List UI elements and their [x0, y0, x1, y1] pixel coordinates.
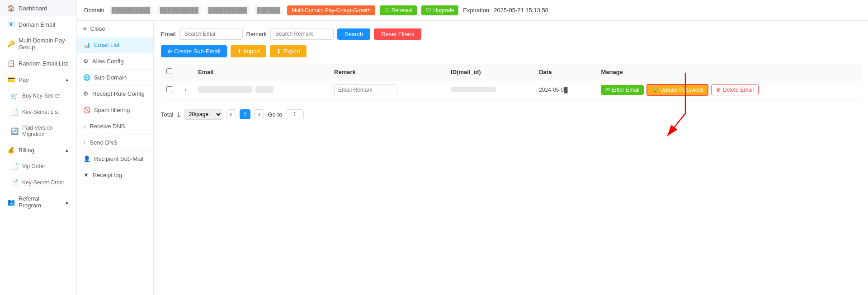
sidebar-item-key-order[interactable]: 📄 Key-Secret Order	[0, 174, 76, 191]
prev-page-button[interactable]: ‹	[226, 109, 236, 119]
sidebar-item-paid-migration[interactable]: 🔄 Paid Version Migration	[0, 120, 76, 142]
row-date-cell: 2024-05-0█	[533, 80, 595, 100]
row-id-cell	[445, 80, 533, 100]
receive-dns-icon: ↓	[83, 123, 86, 130]
sidebar-item-domain-email[interactable]: 📧 Domain Email	[0, 16, 76, 33]
action-bar: ⊕ Create Sub-Email ⬆ Import ⬇ Export	[161, 45, 861, 57]
create-label: Create Sub-Email	[174, 48, 221, 55]
key-list-icon: 📄	[11, 108, 19, 116]
row-checkbox-cell	[161, 80, 179, 100]
panel-item-close-label: Close	[90, 25, 105, 32]
sidebar-item-dashboard[interactable]: 🏠 Dashboard	[0, 0, 76, 16]
row-email-cell	[193, 80, 329, 100]
remark-filter-label: Remark	[246, 31, 267, 37]
header-expand	[179, 64, 193, 80]
sidebar-item-billing[interactable]: 💰 Billing ▲	[0, 142, 76, 158]
panel-item-receipt-rule[interactable]: ⚙ Receipt Rule Config	[77, 86, 153, 102]
filter-bar: Email Remark Search Reset Filters	[161, 28, 861, 40]
panel-item-sub-domain[interactable]: 🌐 Sub-Domain	[77, 70, 153, 86]
sidebar-item-referral[interactable]: 👥 Referral Program ▲	[0, 191, 76, 213]
domain-value-3: ██████████	[206, 6, 250, 14]
page-1-button[interactable]: 1	[240, 109, 251, 119]
search-remark-input[interactable]	[270, 28, 334, 40]
sidebar-item-pay[interactable]: 💳 Pay ▲	[0, 71, 76, 88]
sub-domain-icon: 🌐	[83, 74, 90, 81]
update-pw-icon: 🔒	[652, 87, 659, 93]
import-label: Import	[244, 48, 260, 55]
expand-icon[interactable]: ›	[184, 87, 186, 93]
panel-item-spam[interactable]: 🚫 Spam filtering	[77, 102, 153, 118]
row-expand-cell[interactable]: ›	[179, 80, 193, 100]
sidebar-item-label: Vip Order	[22, 163, 45, 169]
send-dns-icon: ↑	[83, 139, 86, 146]
select-all-checkbox[interactable]	[166, 68, 172, 74]
renewal-button[interactable]: 🛡 Renewal	[380, 5, 417, 15]
chevron-up-icon: ▲	[65, 77, 69, 82]
row-checkbox[interactable]	[166, 86, 172, 92]
search-button[interactable]: Search	[337, 28, 370, 40]
sidebar-item-label: Dashboard	[19, 5, 47, 12]
spam-icon: 🚫	[83, 107, 90, 113]
email-table: Email Remark ID(mail_id) Data Manage	[161, 64, 861, 100]
reset-filters-button[interactable]: Reset Filters	[374, 28, 421, 40]
panel-item-send-dns-label: Send DNS	[90, 139, 118, 146]
domain-label: Domain	[84, 7, 104, 14]
create-sub-email-button[interactable]: ⊕ Create Sub-Email	[161, 45, 227, 57]
panel-item-close[interactable]: ≡ Close	[77, 21, 153, 37]
update-password-button[interactable]: 🔒 Update Password	[646, 84, 708, 96]
panel-item-alias[interactable]: ⚙ Alias Config	[77, 53, 153, 70]
delete-email-button[interactable]: 🗑 Delete Email	[711, 84, 759, 95]
sidebar-item-label: Pay	[19, 76, 28, 83]
buy-key-icon: 🛒	[11, 92, 19, 99]
import-icon: ⬆	[237, 48, 242, 55]
sidebar-item-vip-order[interactable]: 📄 Vip Order	[0, 158, 76, 174]
receipt-rule-icon: ⚙	[83, 90, 89, 97]
sidebar-item-random-email[interactable]: 📋 Random Email List	[0, 55, 76, 71]
email-list-icon: 📊	[83, 42, 90, 48]
header-id: ID(mail_id)	[445, 64, 533, 80]
enter-email-label: Enter Email	[611, 87, 639, 93]
header-manage: Manage	[595, 64, 861, 80]
sidebar-item-buy-key[interactable]: 🛒 Buy Key-Secret	[0, 88, 76, 104]
vip-order-icon: 📄	[11, 163, 19, 170]
remark-input[interactable]	[334, 84, 397, 95]
panel-item-receive-dns[interactable]: ↓ Receive DNS	[77, 118, 153, 135]
delete-icon: 🗑	[716, 87, 722, 93]
enter-email-button[interactable]: ✉ Enter Email	[601, 85, 644, 95]
goto-input[interactable]	[286, 109, 304, 119]
next-page-button[interactable]: ›	[254, 109, 264, 119]
sidebar-item-label: Billing	[19, 147, 34, 154]
alias-icon: ⚙	[83, 58, 89, 65]
panel-item-receipt-log[interactable]: ▼ Receipt log	[77, 167, 153, 183]
header-email: Email	[193, 64, 329, 80]
key-order-icon: 📄	[11, 179, 19, 186]
sidebar-item-label: Random Email List	[19, 60, 68, 67]
multi-domain-button[interactable]: Multi-Domain Pay-Group-Growth	[287, 5, 375, 15]
panel-item-receipt-log-label: Receipt log	[93, 172, 122, 178]
delete-email-label: Delete Email	[723, 87, 754, 93]
panel-item-send-dns[interactable]: ↑ Send DNS	[77, 135, 153, 151]
panel-item-recipient-sub[interactable]: 👤 Recipient Sub-Mail	[77, 151, 153, 167]
sidebar-item-key-list[interactable]: 📄 Key-Secret List	[0, 104, 76, 120]
page-1-label: 1	[244, 111, 247, 117]
table-wrapper: Email Remark ID(mail_id) Data Manage	[161, 64, 861, 100]
sidebar-item-label: Domain Email	[19, 21, 55, 28]
chevron-down-icon-referral: ▲	[65, 200, 69, 205]
multi-domain-icon: 🔑	[7, 40, 15, 47]
import-button[interactable]: ⬆ Import	[231, 45, 267, 57]
upgrade-button[interactable]: 🛡 Upgrade	[421, 5, 458, 15]
panel-item-email-list[interactable]: 📊 Email List	[77, 37, 153, 53]
left-panel: ≡ Close 📊 Email List ⚙ Alias Config 🌐 Su…	[77, 21, 154, 295]
panel-item-spam-label: Spam filtering	[94, 107, 130, 113]
table-container: Email Remark ID(mail_id) Data Manage	[161, 64, 861, 100]
email-value-blur-2	[255, 86, 274, 93]
main-content: Domain ██████████ ██████████ ██████████ …	[77, 0, 868, 295]
page-size-select[interactable]: 20/page 50/page 100/page	[184, 109, 222, 120]
search-email-input[interactable]	[179, 28, 243, 40]
sidebar: 🏠 Dashboard 📧 Domain Email 🔑 Multi-Domai…	[0, 0, 77, 295]
total-count: 1	[177, 111, 180, 118]
export-button[interactable]: ⬇ Export	[270, 45, 307, 57]
email-filter-label: Email	[161, 31, 176, 37]
sidebar-item-multi-domain[interactable]: 🔑 Multi-Domain Pay-Group	[0, 33, 76, 55]
panel-item-receipt-rule-label: Receipt Rule Config	[92, 90, 145, 97]
